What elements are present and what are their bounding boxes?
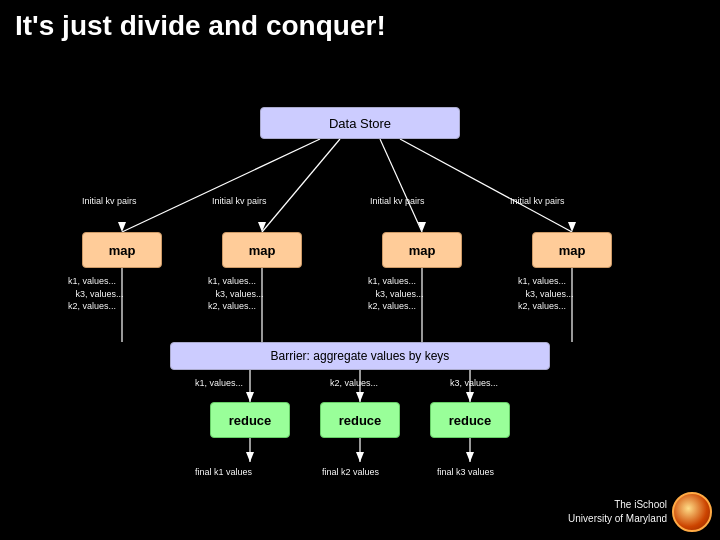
svg-marker-20: [418, 222, 426, 232]
map-kv-1: k1, values... k3, values... k2, values..…: [68, 275, 124, 313]
svg-marker-23: [356, 392, 364, 402]
map-box-4: map: [532, 232, 612, 268]
kv-label-2: Initial kv pairs: [212, 195, 267, 208]
barrier-box: Barrier: aggregate values by keys: [170, 342, 550, 370]
title: It's just divide and conquer!: [0, 0, 720, 47]
svg-line-3: [400, 139, 572, 232]
kv-label-1: Initial kv pairs: [82, 195, 137, 208]
reduce-box-3: reduce: [430, 402, 510, 438]
svg-marker-22: [246, 392, 254, 402]
logo-area: The iSchool University of Maryland: [568, 492, 712, 532]
map-box-3: map: [382, 232, 462, 268]
reduce-box-1: reduce: [210, 402, 290, 438]
svg-marker-19: [258, 222, 266, 232]
map-box-1: map: [82, 232, 162, 268]
final-label-1: final k1 values: [195, 467, 252, 477]
svg-marker-27: [466, 452, 474, 462]
kv-label-4: Initial kv pairs: [510, 195, 565, 208]
svg-line-0: [122, 139, 320, 232]
map-kv-3: k1, values... k3, values... k2, values..…: [368, 275, 424, 313]
map-box-2: map: [222, 232, 302, 268]
svg-marker-21: [568, 222, 576, 232]
svg-marker-25: [246, 452, 254, 462]
barrier-kv-1: k1, values...: [195, 377, 243, 390]
university-logo: [672, 492, 712, 532]
barrier-kv-2: k2, values...: [330, 377, 378, 390]
svg-marker-18: [118, 222, 126, 232]
data-store-label: Data Store: [329, 116, 391, 131]
final-label-2: final k2 values: [322, 467, 379, 477]
map-kv-2: k1, values... k3, values... k2, values..…: [208, 275, 264, 313]
reduce-box-2: reduce: [320, 402, 400, 438]
barrier-label: Barrier: aggregate values by keys: [271, 349, 450, 363]
svg-line-1: [262, 139, 340, 232]
svg-marker-26: [356, 452, 364, 462]
svg-marker-24: [466, 392, 474, 402]
svg-line-2: [380, 139, 422, 232]
data-store-box: Data Store: [260, 107, 460, 139]
logo-text: The iSchool University of Maryland: [568, 498, 667, 526]
barrier-kv-3: k3, values...: [450, 377, 498, 390]
final-label-3: final k3 values: [437, 467, 494, 477]
kv-label-3: Initial kv pairs: [370, 195, 425, 208]
map-kv-4: k1, values... k3, values... k2, values..…: [518, 275, 574, 313]
